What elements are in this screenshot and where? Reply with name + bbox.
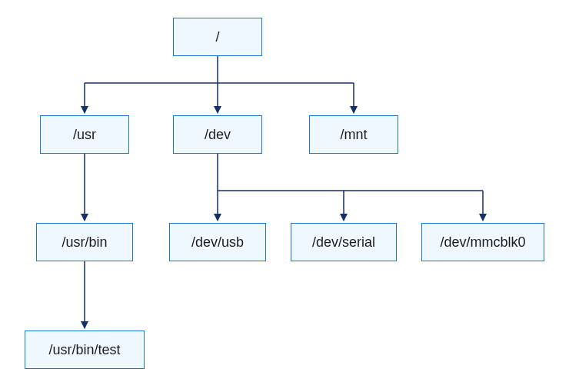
node-root-label: / bbox=[215, 29, 219, 45]
node-mnt: /mnt bbox=[309, 115, 398, 154]
node-mnt-label: /mnt bbox=[340, 127, 367, 143]
node-dev-label: /dev bbox=[205, 127, 231, 143]
node-dev-serial: /dev/serial bbox=[291, 223, 397, 261]
node-usr-bin-test-label: /usr/bin/test bbox=[48, 342, 120, 358]
node-usr: /usr bbox=[40, 115, 129, 154]
node-dev-mmcblk0-label: /dev/mmcblk0 bbox=[440, 234, 525, 251]
node-root: / bbox=[173, 18, 262, 56]
node-usr-bin-test: /usr/bin/test bbox=[25, 331, 145, 369]
node-dev-mmcblk0: /dev/mmcblk0 bbox=[421, 223, 544, 261]
node-dev: /dev bbox=[173, 115, 262, 154]
node-usr-bin: /usr/bin bbox=[36, 223, 133, 261]
node-dev-usb-label: /dev/usb bbox=[191, 234, 244, 251]
node-usr-label: /usr bbox=[73, 127, 96, 143]
node-usr-bin-label: /usr/bin bbox=[62, 234, 107, 251]
node-dev-serial-label: /dev/serial bbox=[312, 234, 375, 251]
node-dev-usb: /dev/usb bbox=[169, 223, 266, 261]
